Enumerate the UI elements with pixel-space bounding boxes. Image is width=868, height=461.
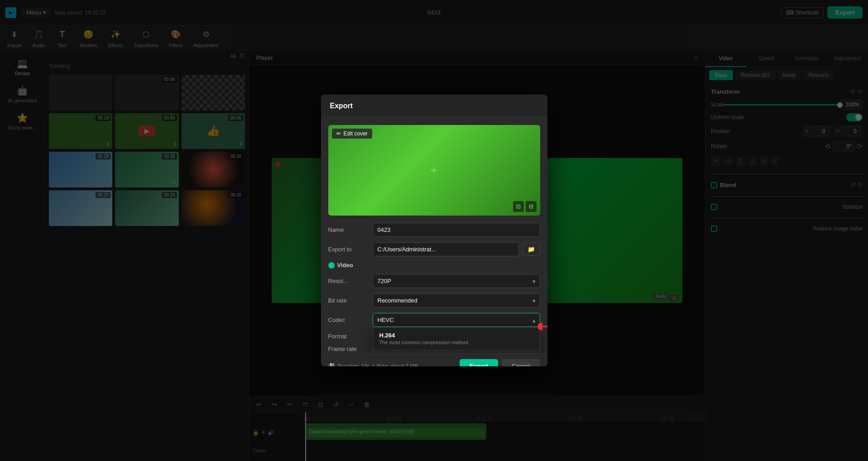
name-label: Name	[328, 226, 369, 233]
resolution-select[interactable]: 720P	[373, 274, 540, 288]
video-checkbox[interactable]	[328, 262, 335, 269]
footer-separator: |	[373, 363, 374, 367]
resolution-select-wrapper: 720P ▾	[373, 274, 540, 288]
codec-select[interactable]: HEVC	[373, 313, 540, 327]
framerate-label: Frame rate	[328, 346, 369, 352]
export-button[interactable]: Export	[460, 359, 498, 366]
codec-option-h264[interactable]: H.264 The most common compression method	[373, 327, 540, 350]
edit-cover-button[interactable]: ✏ Edit cover	[332, 129, 372, 139]
cover-preview: ✏ Edit cover + ⊡ ⊟	[328, 125, 540, 216]
save-icon: 💾	[328, 363, 335, 367]
bitrate-select-wrapper: Recommended ▾	[373, 293, 540, 307]
footer-info: 💾 Duration: 10s | Size: about 7 MB	[328, 363, 418, 367]
cover-actions: ⊡ ⊟	[513, 201, 537, 212]
cover-collapse-button[interactable]: ⊟	[526, 201, 537, 212]
codec-select-wrapper: HEVC ▴ H.264 The most common compression…	[373, 313, 540, 327]
video-checkbox-row: Video	[328, 262, 540, 269]
edit-icon: ✏	[336, 130, 341, 137]
bitrate-row: Bit rate Recommended ▾	[328, 293, 540, 307]
size-text: Size: about 7 MB	[377, 363, 418, 367]
codec-option-hevc[interactable]: ✓ HEVC Efficient compression, saving spa…	[373, 350, 540, 353]
resolution-label: Resol...	[328, 278, 369, 284]
h264-title: H.264	[379, 332, 533, 339]
browse-button[interactable]: 📁	[523, 243, 540, 256]
cover-expand-button[interactable]: ⊡	[513, 201, 524, 212]
modal-title: Export	[330, 102, 353, 110]
export-to-input[interactable]	[373, 242, 519, 256]
bitrate-label: Bit rate	[328, 297, 369, 304]
modal-header: Export	[321, 95, 547, 118]
export-to-label: Export to	[328, 246, 369, 253]
format-label: Format	[328, 333, 369, 340]
h264-desc: The most common compression method	[379, 340, 533, 345]
codec-row: Codec HEVC ▴ H.264 The most common compr…	[328, 313, 540, 327]
codec-label: Codec	[328, 317, 369, 323]
video-section-label: Video	[337, 262, 353, 269]
name-row: Name	[328, 223, 540, 237]
name-input[interactable]	[373, 223, 540, 237]
edit-cover-label: Edit cover	[344, 130, 368, 137]
modal-body: ✏ Edit cover + ⊡ ⊟ Name Export to 📁	[321, 118, 547, 353]
bitrate-select[interactable]: Recommended	[373, 293, 540, 307]
duration-text: Duration: 10s	[338, 363, 370, 367]
resolution-row: Resol... 720P ▾	[328, 274, 540, 288]
modal-overlay: Export ✏ Edit cover + ⊡ ⊟ Name	[0, 0, 868, 461]
modal-footer: 💾 Duration: 10s | Size: about 7 MB Expor…	[321, 353, 547, 366]
cover-cross: +	[430, 163, 437, 178]
footer-buttons: Export Cancel	[460, 359, 540, 366]
export-to-row: Export to 📁	[328, 242, 540, 256]
codec-dropdown: H.264 The most common compression method…	[373, 327, 540, 353]
export-modal: Export ✏ Edit cover + ⊡ ⊟ Name	[321, 95, 547, 366]
cancel-button[interactable]: Cancel	[502, 359, 540, 366]
